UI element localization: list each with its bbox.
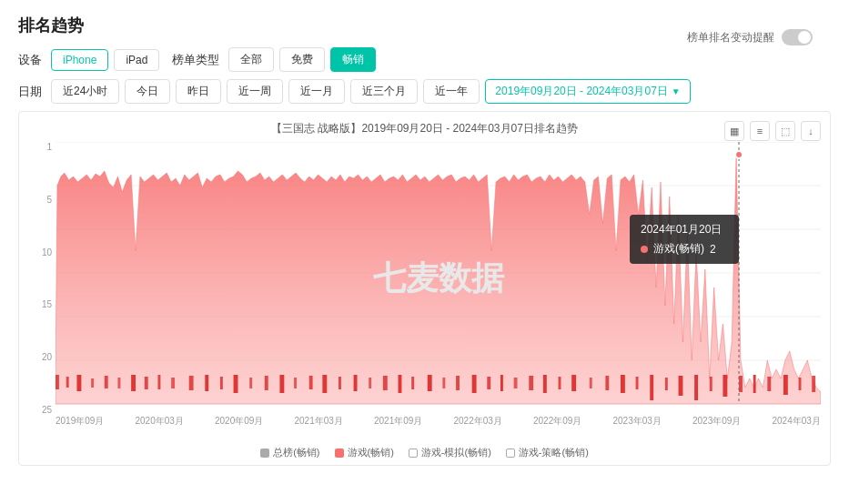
legend-dot-total bbox=[260, 449, 269, 458]
svg-rect-22 bbox=[265, 376, 268, 390]
chart-type-paid-btn[interactable]: 畅销 bbox=[330, 47, 376, 72]
svg-rect-30 bbox=[383, 376, 388, 390]
x-label-8: 2023年09月 bbox=[692, 415, 741, 428]
legend-label-game-strat: 游戏-策略(畅销) bbox=[519, 446, 589, 459]
download-icon[interactable]: ↓ bbox=[801, 121, 821, 141]
svg-rect-45 bbox=[605, 376, 609, 390]
svg-rect-26 bbox=[322, 375, 327, 393]
svg-rect-59 bbox=[812, 376, 815, 392]
date-year-btn[interactable]: 近一年 bbox=[423, 79, 480, 104]
date-24h-btn[interactable]: 近24小时 bbox=[51, 79, 119, 104]
svg-rect-50 bbox=[679, 376, 683, 396]
x-label-0: 2019年09月 bbox=[56, 415, 104, 428]
svg-rect-57 bbox=[783, 375, 788, 395]
legend-item-game-sim: 游戏-模拟(畅销) bbox=[409, 446, 491, 459]
chart-area: 1 5 10 15 20 25 七麦数据 bbox=[28, 142, 821, 442]
svg-rect-35 bbox=[456, 376, 460, 390]
chart-svg bbox=[56, 142, 821, 415]
y-label-25: 25 bbox=[28, 405, 56, 415]
legend-label-total: 总榜(畅销) bbox=[273, 446, 319, 459]
y-axis: 1 5 10 15 20 25 bbox=[28, 142, 56, 415]
y-label-20: 20 bbox=[28, 352, 56, 362]
svg-rect-40 bbox=[529, 376, 533, 390]
svg-rect-36 bbox=[472, 375, 477, 393]
date-week-btn[interactable]: 近一周 bbox=[227, 79, 283, 104]
legend-item-game-strat: 游戏-策略(畅销) bbox=[506, 446, 589, 459]
svg-rect-24 bbox=[294, 378, 297, 388]
svg-rect-16 bbox=[171, 378, 175, 388]
svg-rect-7 bbox=[56, 375, 59, 389]
svg-rect-34 bbox=[442, 378, 445, 388]
x-label-1: 2020年03月 bbox=[136, 415, 184, 428]
x-label-3: 2021年03月 bbox=[295, 415, 343, 428]
device-filter-label: 设备 bbox=[18, 52, 42, 68]
svg-rect-13 bbox=[131, 375, 136, 391]
svg-rect-11 bbox=[105, 376, 108, 388]
svg-rect-38 bbox=[500, 375, 503, 391]
svg-rect-21 bbox=[249, 378, 252, 388]
chart-type-free-btn[interactable]: 免费 bbox=[279, 47, 325, 72]
svg-rect-15 bbox=[157, 375, 160, 389]
chart-type-all-btn[interactable]: 全部 bbox=[228, 47, 274, 72]
x-label-2: 2020年09月 bbox=[215, 415, 263, 428]
svg-rect-46 bbox=[621, 375, 625, 393]
legend-label-game: 游戏(畅销) bbox=[348, 446, 394, 459]
chevron-down-icon: ▼ bbox=[672, 86, 681, 96]
device-filter-row: 设备 iPhone iPad 榜单类型 全部 免费 畅销 bbox=[18, 47, 831, 72]
x-axis: 2019年09月 2020年03月 2020年09月 2021年03月 2021… bbox=[56, 415, 821, 442]
x-label-9: 2024年03月 bbox=[773, 415, 821, 428]
svg-rect-37 bbox=[487, 377, 490, 389]
bar-chart-icon[interactable]: ▦ bbox=[724, 121, 744, 141]
date-3month-btn[interactable]: 近三个月 bbox=[350, 79, 418, 104]
svg-rect-18 bbox=[205, 375, 208, 391]
device-iphone-btn[interactable]: iPhone bbox=[51, 49, 108, 71]
x-label-7: 2023年03月 bbox=[613, 415, 662, 428]
svg-rect-55 bbox=[753, 375, 756, 393]
svg-rect-32 bbox=[411, 377, 414, 389]
legend-dot-game bbox=[335, 449, 344, 458]
svg-rect-27 bbox=[339, 377, 341, 389]
svg-rect-17 bbox=[189, 376, 194, 390]
svg-rect-53 bbox=[723, 375, 727, 397]
svg-rect-23 bbox=[279, 375, 284, 393]
svg-rect-44 bbox=[590, 378, 592, 388]
svg-point-61 bbox=[735, 151, 743, 158]
svg-rect-29 bbox=[369, 378, 371, 388]
date-custom-range-btn[interactable]: 2019年09月20日 - 2024年03月07日 ▼ bbox=[485, 79, 690, 104]
chart-main: 七麦数据 bbox=[56, 142, 821, 415]
device-ipad-btn[interactable]: iPad bbox=[114, 49, 159, 71]
svg-rect-20 bbox=[234, 375, 238, 393]
toggle-label: 榜单排名变动提醒 bbox=[687, 30, 774, 45]
svg-rect-28 bbox=[354, 375, 358, 391]
legend-item-game: 游戏(畅销) bbox=[335, 446, 394, 459]
svg-rect-39 bbox=[514, 378, 518, 388]
chart-container: 【三国志 战略版】2019年09月20日 - 2024年03月07日排名趋势 ▦… bbox=[18, 111, 831, 466]
svg-rect-47 bbox=[636, 377, 639, 389]
date-yesterday-btn[interactable]: 昨日 bbox=[176, 79, 221, 104]
svg-rect-33 bbox=[428, 375, 432, 391]
svg-rect-41 bbox=[543, 375, 547, 393]
svg-rect-42 bbox=[559, 377, 561, 389]
date-today-btn[interactable]: 今日 bbox=[125, 79, 170, 104]
x-label-4: 2021年09月 bbox=[374, 415, 422, 428]
svg-rect-10 bbox=[91, 378, 94, 388]
chart-header: 【三国志 战略版】2019年09月20日 - 2024年03月07日排名趋势 ▦… bbox=[28, 121, 821, 136]
date-month-btn[interactable]: 近一月 bbox=[288, 79, 345, 104]
list-icon[interactable]: ≡ bbox=[750, 121, 770, 141]
ranking-alert-toggle[interactable] bbox=[782, 29, 813, 45]
svg-rect-49 bbox=[665, 378, 668, 390]
date-filter-label: 日期 bbox=[18, 84, 42, 100]
date-range-text: 2019年09月20日 - 2024年03月07日 bbox=[495, 84, 667, 99]
svg-rect-25 bbox=[309, 376, 313, 389]
svg-rect-52 bbox=[710, 377, 713, 391]
svg-rect-48 bbox=[650, 375, 653, 400]
y-label-10: 10 bbox=[28, 247, 56, 257]
chart-title: 【三国志 战略版】2019年09月20日 - 2024年03月07日排名趋势 bbox=[271, 122, 578, 135]
svg-rect-31 bbox=[398, 375, 401, 393]
x-label-5: 2022年03月 bbox=[454, 415, 502, 428]
image-icon[interactable]: ⬚ bbox=[775, 121, 795, 141]
legend-dot-game-strat bbox=[506, 449, 515, 458]
svg-rect-8 bbox=[66, 377, 69, 388]
top-right-toggle-area: 榜单排名变动提醒 bbox=[687, 29, 813, 45]
svg-rect-14 bbox=[145, 377, 148, 389]
